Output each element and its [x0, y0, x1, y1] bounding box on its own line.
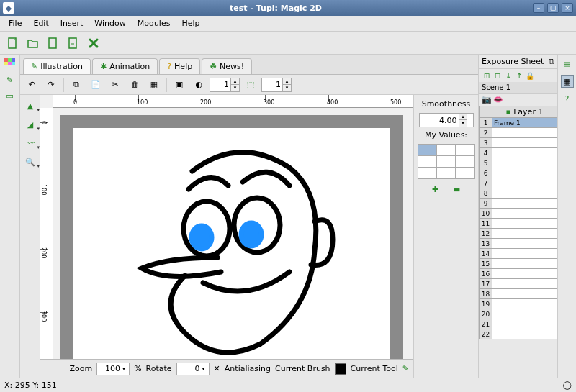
canvas-statusbar: Zoom ▾ % Rotate ▾ ✕ Antialiasing Current… — [40, 359, 413, 378]
layers-button[interactable]: ⬚ — [242, 76, 259, 94]
group-button[interactable]: ▣ — [171, 76, 188, 94]
smoothness-label: Smoothness — [422, 99, 471, 109]
toolbox: ▲▾ ◢▾ 〰▾ 🔍▾ — [20, 95, 40, 378]
zoom-tool[interactable]: 🔍▾ — [22, 155, 38, 168]
saveas-button[interactable] — [65, 35, 82, 52]
menu-help[interactable]: Help — [176, 17, 205, 29]
menubar: File Edit Insert Window Modules Help — [0, 16, 576, 32]
brush-props-icon[interactable]: ✎ — [4, 73, 17, 86]
remove-value-icon[interactable]: ▬ — [453, 185, 460, 194]
current-tool-icon: ✎ — [402, 364, 409, 373]
fill-tool[interactable]: ◢▾ — [22, 118, 38, 131]
menu-file[interactable]: File — [3, 17, 27, 29]
left-dock: ✎ ▭ — [0, 55, 20, 378]
lipsync-icon[interactable]: 👄 — [493, 95, 503, 104]
canvas-viewport[interactable] — [53, 108, 413, 359]
delete-button[interactable]: 🗑 — [126, 76, 143, 94]
lock-icon[interactable]: 🔒 — [525, 70, 535, 81]
help-icon[interactable]: ? — [561, 92, 574, 105]
menu-insert[interactable]: Insert — [55, 17, 89, 29]
minimize-button[interactable]: – — [533, 3, 544, 13]
exposure-icon[interactable]: ▦ — [561, 75, 574, 88]
menu-modules[interactable]: Modules — [132, 17, 176, 29]
myvalues-label: My Values: — [425, 130, 467, 140]
exposure-tools: ⊞ ⊟ ↓ ↑ 🔒 — [479, 69, 557, 82]
add-frame-icon[interactable]: ⊞ — [482, 70, 492, 81]
svg-rect-7 — [8, 62, 12, 65]
layer-spinner[interactable]: ▴▾ — [261, 78, 292, 92]
properties-panel: Smoothness ▴▾ My Values: ✚ ▬ — [413, 95, 478, 378]
close-project-button[interactable] — [85, 35, 102, 52]
rotate-label: Rotate — [146, 364, 172, 373]
brush-swatch[interactable] — [335, 363, 346, 375]
tab-help[interactable]: ?Help — [159, 58, 200, 74]
brush-label: Current Brush — [275, 364, 330, 373]
right-dock: ▤ ▦ ? — [557, 55, 576, 378]
undo-button[interactable]: ↶ — [23, 76, 40, 94]
coords-label: X: 295 Y: 151 — [4, 380, 57, 390]
window-title: test - Tupi: Magic 2D — [19, 4, 533, 13]
onion-button[interactable]: ◐ — [190, 76, 207, 94]
ruler-vertical: 0100200300400 — [40, 108, 53, 359]
redo-button[interactable]: ↷ — [42, 76, 60, 94]
statusbar: X: 295 Y: 151 ◯ — [0, 378, 576, 392]
canvas[interactable] — [73, 128, 390, 359]
status-circle-icon: ◯ — [563, 380, 572, 390]
svg-point-11 — [192, 226, 212, 249]
zoom-combo[interactable]: ▾ — [96, 363, 130, 375]
secondary-toolbar: ↶ ↷ ⧉ 📄 ✂ 🗑 ▦ ▣ ◐ ▴▾ ⬚ ▴▾ — [20, 75, 478, 95]
paste-button[interactable]: 📄 — [87, 76, 104, 94]
myvalues-table[interactable] — [418, 144, 475, 179]
copy-button[interactable]: ⧉ — [68, 76, 85, 94]
library-icon[interactable]: ▭ — [4, 89, 17, 102]
cut-button[interactable]: ✂ — [107, 76, 124, 94]
antialias-label: Antialiasing — [225, 364, 271, 373]
menu-edit[interactable]: Edit — [27, 17, 54, 29]
move-down-icon[interactable]: ↓ — [503, 70, 513, 81]
maximize-button[interactable]: ▢ — [547, 3, 559, 13]
brush-tool[interactable]: 〰▾ — [22, 137, 38, 150]
exposure-sheet: Exposure Sheet ⧉ ⊞ ⊟ ↓ ↑ 🔒 Scene 1 📷 👄 ▪… — [478, 55, 557, 378]
remove-frame-icon[interactable]: ⊟ — [492, 70, 503, 81]
svg-rect-2 — [69, 38, 76, 48]
tab-animation[interactable]: ✱Animation — [92, 58, 158, 74]
color-palette-icon[interactable] — [4, 58, 17, 70]
app-icon: ◆ — [3, 2, 14, 14]
select-tool[interactable]: ▲▾ — [22, 99, 38, 112]
antialias-close-icon[interactable]: ✕ — [214, 364, 220, 373]
tab-illustration[interactable]: ✎Illustration — [23, 58, 91, 74]
scenes-icon[interactable]: ▤ — [561, 58, 574, 70]
new-button[interactable] — [4, 35, 22, 52]
grid-button[interactable]: ▦ — [145, 76, 163, 94]
smoothness-spinner[interactable]: ▴▾ — [419, 113, 474, 127]
menu-window[interactable]: Window — [89, 17, 131, 29]
mode-tabs: ✎Illustration ✱Animation ?Help ☘News! — [20, 55, 478, 75]
close-button[interactable]: × — [562, 3, 573, 13]
exposure-title: Exposure Sheet — [482, 57, 544, 66]
exposure-table[interactable]: ▪ Layer 1 1Frame 12345678910111213141516… — [479, 106, 557, 339]
add-value-icon[interactable]: ✚ — [432, 185, 438, 194]
open-button[interactable] — [24, 35, 42, 52]
svg-point-12 — [241, 223, 261, 246]
svg-rect-5 — [12, 58, 15, 62]
zoom-label: Zoom — [69, 364, 92, 373]
save-button[interactable] — [45, 35, 62, 52]
tab-news[interactable]: ☘News! — [202, 58, 252, 74]
svg-rect-6 — [4, 62, 8, 65]
rotate-combo[interactable]: ▾ — [176, 363, 210, 375]
svg-rect-3 — [4, 58, 8, 62]
svg-rect-8 — [12, 62, 15, 65]
frame-spinner[interactable]: ▴▾ — [210, 78, 240, 92]
main-toolbar — [0, 32, 576, 55]
camera-icon[interactable]: 📷 — [482, 95, 492, 104]
svg-rect-4 — [8, 58, 12, 62]
exposure-detach-icon[interactable]: ⧉ — [549, 57, 554, 66]
tool-label: Current Tool — [351, 364, 398, 373]
scene-label[interactable]: Scene 1 — [479, 82, 557, 94]
ruler-horizontal: 0100200300400500 — [53, 95, 413, 108]
svg-rect-1 — [49, 38, 56, 48]
move-up-icon[interactable]: ↑ — [514, 70, 524, 81]
